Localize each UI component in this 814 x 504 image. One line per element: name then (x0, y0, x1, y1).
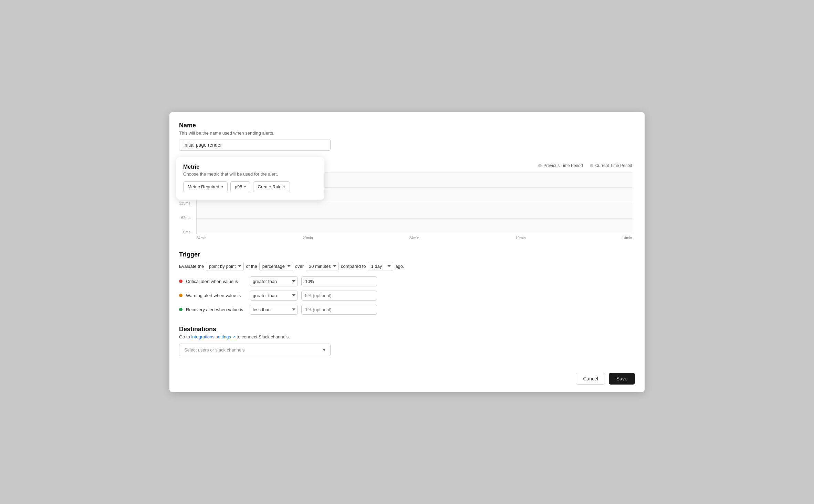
name-section: Name This will be the name used when sen… (179, 122, 635, 151)
ago-text: ago. (395, 264, 404, 269)
x-label-19: 19min (515, 236, 526, 240)
y-label-62: 62ms (179, 216, 192, 220)
recovery-value-input[interactable] (301, 305, 377, 315)
cancel-button[interactable]: Cancel (576, 373, 605, 385)
alert-rows: Critical alert when value is greater tha… (179, 276, 635, 315)
modal-overlay: Name This will be the name used when sen… (169, 112, 645, 392)
create-rule-label: Create Rule (258, 184, 281, 189)
metric-title: Metric (183, 164, 317, 170)
x-axis: 34min 29min 24min 19min 14min (196, 236, 632, 240)
create-rule-button[interactable]: Create Rule + (253, 181, 290, 192)
destinations-description: Go to integrations settings ↗ to connect… (179, 334, 635, 339)
trigger-row: Evaluate the point by point average of t… (179, 262, 635, 271)
critical-value-input[interactable] (301, 276, 377, 286)
warning-dot (179, 294, 182, 297)
external-link-icon: ↗ (232, 335, 236, 339)
name-input[interactable] (179, 139, 331, 151)
metric-required-label: Metric Required (188, 184, 219, 189)
trigger-title: Trigger (179, 251, 635, 258)
x-label-24: 24min (409, 236, 419, 240)
destinations-section: Destinations Go to integrations settings… (179, 326, 635, 356)
warning-condition-select[interactable]: greater than less than (250, 291, 298, 301)
recovery-condition-select[interactable]: less than greater than (250, 305, 298, 315)
compared-to-text: compared to (341, 264, 366, 269)
destinations-desc-after: to connect Slack channels. (236, 334, 290, 339)
critical-dot (179, 280, 182, 283)
recovery-label: Recovery alert when value is (186, 307, 246, 312)
name-title: Name (179, 122, 635, 129)
warning-alert-row: Warning alert when value is greater than… (179, 291, 635, 301)
metric-controls: Metric Required ▾ p95 ▾ Create Rule + (183, 181, 317, 192)
p95-chevron-icon: ▾ (244, 185, 246, 189)
legend-previous-label: Previous Time Period (544, 163, 583, 168)
critical-condition-select[interactable]: greater than less than (250, 276, 298, 286)
critical-alert-row: Critical alert when value is greater tha… (179, 276, 635, 286)
recovery-alert-row: Recovery alert when value is less than g… (179, 305, 635, 315)
metric-required-chevron-icon: ▾ (221, 185, 223, 189)
metric-description: Choose the metric that will be used for … (183, 171, 317, 177)
point-by-point-select[interactable]: point by point average (206, 262, 244, 271)
create-rule-plus-icon: + (283, 184, 286, 189)
modal-footer: Cancel Save (179, 366, 635, 392)
integrations-settings-text: integrations settings (191, 334, 231, 339)
of-the-text: of the (246, 264, 257, 269)
legend-previous: Previous Time Period (538, 163, 583, 168)
time-window-select[interactable]: 30 minutes 1 hour (306, 262, 339, 271)
comparison-period-select[interactable]: 1 day 1 week (368, 262, 393, 271)
warning-value-input[interactable] (301, 291, 377, 301)
y-label-0: 0ms (179, 230, 192, 234)
integrations-settings-link[interactable]: integrations settings ↗ (191, 334, 235, 339)
destinations-select-placeholder: Select users or slack channels (184, 347, 245, 353)
x-label-34: 34min (196, 236, 207, 240)
destinations-select-dropdown[interactable]: Select users or slack channels ▾ (179, 344, 331, 356)
legend-current-label: Current Time Period (595, 163, 632, 168)
destinations-desc-before: Go to (179, 334, 191, 339)
destinations-chevron-icon: ▾ (323, 347, 325, 353)
legend-previous-dot (538, 164, 542, 167)
modal: Name This will be the name used when sen… (169, 112, 645, 392)
critical-label: Critical alert when value is (186, 279, 246, 284)
x-label-14: 14min (622, 236, 632, 240)
trigger-section: Trigger Evaluate the point by point aver… (179, 251, 635, 315)
percentage-select[interactable]: percentage absolute (259, 262, 293, 271)
grid-line-4 (197, 218, 632, 219)
metric-required-dropdown[interactable]: Metric Required ▾ (183, 181, 228, 192)
x-label-29: 29min (303, 236, 313, 240)
name-description: This will be the name used when sending … (179, 130, 635, 136)
metric-card: Metric Choose the metric that will be us… (176, 157, 324, 200)
p95-label: p95 (235, 184, 242, 189)
warning-label: Warning alert when value is (186, 293, 246, 298)
evaluate-text: Evaluate the (179, 264, 204, 269)
destinations-title: Destinations (179, 326, 635, 333)
recovery-dot (179, 308, 182, 311)
y-label-125: 125ms (179, 201, 192, 205)
legend-current: Current Time Period (590, 163, 632, 168)
p95-dropdown[interactable]: p95 ▾ (230, 181, 251, 192)
over-text: over (295, 264, 304, 269)
save-button[interactable]: Save (609, 373, 635, 385)
legend-current-dot (590, 164, 593, 167)
grid-line-3 (197, 203, 632, 203)
